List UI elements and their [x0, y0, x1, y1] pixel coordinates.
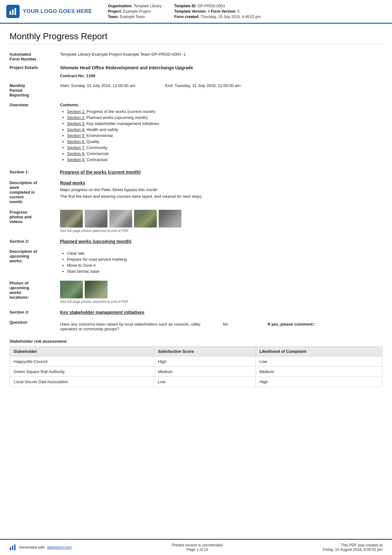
- question-inner-row: Have any concerns been raised by local s…: [60, 320, 379, 333]
- question-text: Have any concerns been raised by local s…: [60, 320, 220, 333]
- monthly-period-label: Monthly Period Reporting: [9, 81, 60, 99]
- stakeholder-row: Green Square Rail AuthorityMediumMedium: [10, 367, 383, 377]
- form-created-line: Form created: Thursday, 19 July 2018, 4:…: [174, 15, 261, 19]
- upcoming-photos-value: See full page photos attached at end of …: [60, 277, 383, 305]
- monthly-period-row: Monthly Period Reporting Start: Sunday, …: [9, 81, 383, 99]
- question-value: Have any concerns been raised by local s…: [60, 317, 383, 335]
- footer-link[interactable]: dashpivot.com: [47, 545, 71, 550]
- stakeholder-cell: Low: [255, 357, 382, 367]
- contents-link[interactable]: Section 5:: [67, 133, 85, 138]
- question-inner-table: Have any concerns been raised by local s…: [60, 320, 379, 333]
- section3-title: Key stakeholder management initiatives: [60, 305, 383, 317]
- section2-title-text: Planned works (upcoming month): [60, 239, 132, 244]
- upcoming-works-value: Clear sitePrepare for road service marki…: [60, 246, 383, 277]
- contents-list: Section 1: Progress of the works (curren…: [60, 109, 379, 162]
- team-line: Team: Example Team: [108, 15, 162, 19]
- org-line: Organisation: Template Library: [108, 4, 162, 8]
- photo-thumb-5: [159, 210, 181, 228]
- road-works-desc2: The first the base and wearing courses w…: [60, 194, 379, 199]
- contract-row: Contract No: 1109: [9, 72, 383, 81]
- stakeholder-row: Local Soccer Dad AssociationLowHigh: [10, 377, 383, 387]
- upcoming-works-item: Clear site: [67, 251, 379, 256]
- desc-work-row: Description of work completed in current…: [9, 177, 383, 206]
- header-id-col: Template ID: DP-PROD-0003 Template Versi…: [174, 4, 261, 19]
- page-header: YOUR LOGO GOES HERE Organisation: Templa…: [0, 0, 392, 24]
- contents-label: Contents:: [60, 103, 79, 107]
- question-label: Question: [9, 317, 60, 335]
- period-end: End: Tuesday, 31 July 2018, 12:00:00 am: [165, 83, 241, 88]
- stakeholder-cell: High: [154, 357, 255, 367]
- report-title: Monthly Progress Report: [9, 31, 383, 44]
- contents-link[interactable]: Section 9:: [67, 157, 85, 162]
- contents-list-item: Section 3: Key stakeholder management in…: [67, 121, 379, 126]
- contents-list-item: Section 9: Contractual: [67, 157, 379, 162]
- header-meta: Organisation: Template Library Project: …: [108, 4, 383, 19]
- upcoming-works-label: Description of upcoming works:: [9, 246, 60, 277]
- photo-thumb-1: [60, 210, 83, 228]
- contract-no-value: Contract No: 1109: [60, 72, 383, 81]
- contents-link[interactable]: Section 7:: [67, 145, 85, 150]
- svg-rect-0: [9, 11, 11, 15]
- contents-link[interactable]: Section 3:: [67, 121, 85, 126]
- period-start: Start: Sunday, 01 July 2018, 12:00:00 am: [60, 83, 135, 88]
- photo-thumb-4: [134, 210, 157, 228]
- footer-right: This PDF was created at Friday, 10 Augus…: [323, 543, 383, 552]
- logo-section: YOUR LOGO GOES HERE: [6, 4, 92, 19]
- footer-left: Generated with dashpivot.com: [9, 544, 72, 551]
- stakeholder-th: Stakeholder: [10, 346, 154, 357]
- stakeholder-cell: Medium: [255, 367, 382, 377]
- upcoming-works-item: Prepare for road service marking: [67, 257, 379, 262]
- contents-list-item: Section 7: Community: [67, 145, 379, 150]
- photos-row: [60, 210, 379, 228]
- section1-title-text: Progress of the works (current month): [60, 170, 141, 175]
- photos-caption: See full page photos attached at end of …: [60, 229, 379, 233]
- section2-label: Section 2:: [9, 234, 60, 246]
- section3-label: Section 3:: [9, 305, 60, 317]
- upcoming-works-item: Move to Zone 4: [67, 263, 379, 268]
- header-org-col: Organisation: Template Library Project: …: [108, 4, 162, 19]
- photo-thumb-3: [109, 210, 132, 228]
- section1-label: Section 1:: [9, 165, 60, 177]
- info-table: Automated Form Number Template Library-E…: [9, 50, 383, 335]
- upcoming-works-list: Clear sitePrepare for road service marki…: [60, 251, 379, 274]
- project-details-row: Project Details Sitemate Head Office Red…: [9, 63, 383, 72]
- footer-generated-text: Generated with: [19, 545, 45, 550]
- section3-title-text: Key stakeholder management initiatives: [60, 310, 144, 315]
- stakeholder-cell: High: [255, 377, 382, 387]
- contents-list-item: Section 2: Planned works (upcoming month…: [67, 115, 379, 120]
- page-footer: Generated with dashpivot.com Printed ver…: [0, 539, 392, 555]
- stakeholder-th: Satisfaction Score: [154, 346, 255, 357]
- progress-photos-row: Progress photos and videos See full page…: [9, 206, 383, 234]
- form-number-row: Automated Form Number Template Library-E…: [9, 50, 383, 63]
- contents-link[interactable]: Section 1:: [67, 109, 85, 114]
- contents-link[interactable]: Section 4:: [67, 127, 85, 132]
- stakeholder-table: StakeholderSatisfaction ScoreLikelihood …: [9, 346, 383, 387]
- stakeholder-cell: Low: [154, 377, 255, 387]
- contents-link[interactable]: Section 6:: [67, 139, 85, 144]
- svg-rect-2: [15, 8, 16, 15]
- upcoming-photo-thumb-2: [85, 281, 107, 298]
- upcoming-photos-caption: See full page photos attached at end of …: [60, 300, 379, 303]
- road-works-desc1: Major progress on the Peter Street bypas…: [60, 187, 379, 192]
- question-row: Question Have any concerns been raised b…: [9, 317, 383, 335]
- upcoming-photo-thumb-1: [60, 281, 83, 298]
- section2-title: Planned works (upcoming month): [60, 234, 383, 246]
- stakeholder-label: Stakeholder risk assessment:: [9, 339, 383, 344]
- contents-link[interactable]: Section 2:: [67, 115, 85, 120]
- footer-logo-icon: [9, 544, 16, 551]
- road-works-title: Road works: [60, 180, 85, 185]
- svg-rect-3: [10, 547, 11, 550]
- stakeholder-cell: Medium: [154, 367, 255, 377]
- svg-rect-4: [12, 546, 13, 550]
- form-number-value: Template Library-Example Project-Example…: [60, 50, 383, 63]
- logo-icon: [6, 5, 20, 18]
- footer-middle-text: Printed version is uncontrolled: [172, 543, 223, 547]
- overview-row: Overview: Contents: Section 1: Progress …: [9, 99, 383, 165]
- contents-link[interactable]: Section 8:: [67, 151, 85, 156]
- section1-title: Progress of the works (current month): [60, 165, 383, 177]
- upcoming-photos-row: Photos of upcoming works locations: See …: [9, 277, 383, 305]
- form-number-label: Automated Form Number: [9, 50, 60, 63]
- project-details-value: Sitemate Head Office Redevelopment and I…: [60, 63, 383, 72]
- svg-rect-1: [12, 9, 14, 15]
- logo-text: YOUR LOGO GOES HERE: [23, 8, 92, 15]
